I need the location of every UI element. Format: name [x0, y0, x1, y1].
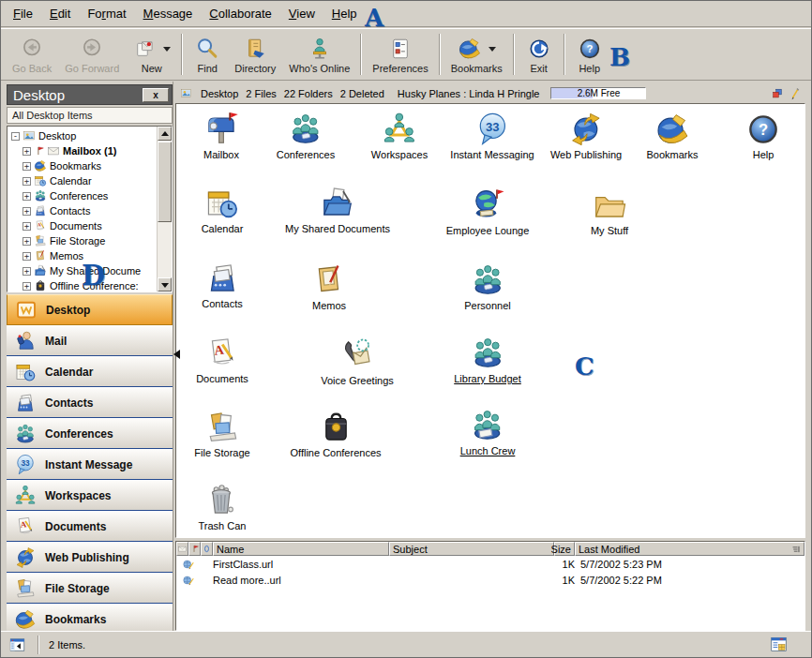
- toolbar-separator: [439, 34, 441, 75]
- desktop-item-personnel[interactable]: Personnel: [464, 262, 511, 311]
- desktop-item-library-budget[interactable]: Library Budget: [454, 336, 521, 384]
- expand-toggle[interactable]: +: [23, 282, 31, 291]
- scrollbar-thumb[interactable]: [158, 142, 172, 222]
- tree-item-bookmarks[interactable]: + Bookmarks: [8, 158, 172, 173]
- go-forward-button[interactable]: Go Forward: [58, 31, 126, 78]
- tree-item-contacts[interactable]: + Contacts: [8, 203, 172, 218]
- desktop-item-my-stuff[interactable]: My Stuff: [591, 187, 628, 236]
- desktop-item-lunch-crew[interactable]: Lunch Crew: [460, 408, 516, 456]
- expand-toggle[interactable]: +: [23, 237, 31, 246]
- desktop-item-help[interactable]: Help: [745, 112, 781, 160]
- column-header-last-modified[interactable]: Last Modified: [575, 542, 804, 556]
- expand-toggle[interactable]: +: [23, 147, 31, 156]
- desktop-item-instant-messaging[interactable]: Instant Messaging: [450, 112, 534, 160]
- desktop-item-web-publishing[interactable]: Web Publishing: [550, 112, 622, 160]
- sidebar-item-workspaces[interactable]: Workspaces: [7, 480, 173, 511]
- tree-scrollbar[interactable]: [157, 127, 172, 292]
- envelope-column-header[interactable]: [176, 542, 188, 556]
- sidebar-item-file-storage[interactable]: File Storage: [7, 573, 173, 604]
- desktop-item-file-storage[interactable]: File Storage: [194, 410, 249, 458]
- tree-item-desktop[interactable]: - Desktop: [8, 128, 172, 143]
- sidebar-item-calendar[interactable]: Calendar: [7, 356, 173, 387]
- whos-online-button[interactable]: Who's Online: [282, 31, 356, 78]
- memos-icon: [311, 262, 347, 298]
- attachment-column-header[interactable]: [201, 542, 213, 556]
- toolbar-button-label: Directory: [234, 63, 276, 74]
- directory-button[interactable]: Directory: [228, 31, 282, 78]
- sidebar-item-documents[interactable]: Documents: [7, 511, 173, 542]
- menu-view[interactable]: View: [280, 4, 323, 23]
- split-view-toggle-icon[interactable]: [8, 636, 26, 653]
- desktop-item-calendar[interactable]: Calendar: [202, 186, 244, 234]
- form-view-icon[interactable]: [770, 636, 788, 653]
- tree-item-file-storage[interactable]: + File Storage: [8, 233, 172, 248]
- tree-item-calendar[interactable]: + Calendar: [8, 173, 172, 188]
- go-back-button[interactable]: Go Back: [6, 31, 58, 78]
- sidebar-item-web-publishing[interactable]: Web Publishing: [7, 542, 173, 573]
- expand-toggle[interactable]: +: [23, 267, 31, 276]
- pages-view-icon[interactable]: [771, 87, 784, 100]
- flag-column-header[interactable]: [188, 542, 201, 556]
- sidebar-item-contacts[interactable]: Contacts: [7, 387, 173, 418]
- bookmarks-button[interactable]: Bookmarks: [444, 31, 509, 78]
- tree-item-label: Conferences: [50, 190, 108, 202]
- menu-edit[interactable]: Edit: [41, 4, 79, 23]
- desktop-item-employee-lounge[interactable]: Employee Lounge: [446, 187, 530, 236]
- expand-toggle[interactable]: +: [23, 177, 31, 186]
- column-header-subject[interactable]: Subject: [389, 542, 554, 556]
- tree-item-mailbox[interactable]: + Mailbox (1): [8, 143, 172, 158]
- column-header-size[interactable]: Size: [554, 542, 575, 556]
- desktop-item-documents[interactable]: Documents: [196, 336, 248, 384]
- menu-file[interactable]: File: [5, 4, 41, 23]
- desktop-item-workspaces[interactable]: Workspaces: [371, 112, 428, 160]
- bookmarks-dropdown-arrow[interactable]: [489, 47, 496, 55]
- file-row-read-more-url[interactable]: Read more..url 1K 5/7/2002 5:22 PM: [176, 572, 804, 588]
- exit-button[interactable]: Exit: [519, 31, 560, 78]
- desktop-item-voice-greetings[interactable]: Voice Greetings: [321, 337, 394, 386]
- sidebar-item-label: Calendar: [45, 366, 93, 379]
- desktop-item-trash-can[interactable]: Trash Can: [199, 483, 247, 531]
- desktop-item-mailbox[interactable]: Mailbox: [203, 112, 239, 160]
- url-file-icon: [182, 558, 197, 571]
- menu-message[interactable]: Message: [135, 4, 202, 23]
- menu-collaborate[interactable]: Collaborate: [201, 4, 280, 23]
- sidebar-item-mail[interactable]: Mail: [7, 325, 173, 356]
- sidebar-item-bookmarks[interactable]: Bookmarks: [7, 604, 173, 631]
- sidebar-nav: Desktop Mail Calendar Contacts Conferenc…: [7, 294, 173, 631]
- directory-icon: [243, 37, 267, 61]
- new-button[interactable]: New: [126, 31, 177, 78]
- tree-item-documents[interactable]: + Documents: [8, 218, 172, 233]
- column-header-name[interactable]: Name: [213, 542, 389, 556]
- desktop-item-contacts[interactable]: Contacts: [202, 261, 242, 309]
- splitter-collapse-arrow[interactable]: [169, 350, 180, 359]
- expand-toggle[interactable]: +: [23, 222, 31, 231]
- scroll-down-button[interactable]: [158, 277, 172, 292]
- sidebar-item-desktop[interactable]: Desktop: [7, 294, 173, 325]
- desktop-item-bookmarks[interactable]: Bookmarks: [646, 112, 698, 160]
- desktop-item-conferences[interactable]: Conferences: [277, 112, 335, 160]
- new-dropdown-arrow[interactable]: [163, 47, 171, 55]
- expand-toggle[interactable]: +: [23, 252, 31, 261]
- sort-menu-icon[interactable]: [791, 545, 801, 554]
- expand-toggle[interactable]: +: [23, 192, 31, 201]
- panel-close-button[interactable]: x: [143, 88, 169, 102]
- expand-toggle[interactable]: +: [23, 207, 31, 216]
- desktop-item-offline-conferences[interactable]: Offline Conferences: [290, 410, 381, 458]
- menu-format[interactable]: Format: [79, 4, 134, 23]
- sidebar-item-instant-message[interactable]: Instant Message: [7, 449, 173, 480]
- desktop-items-filter[interactable]: All Desktop Items: [7, 107, 173, 124]
- expand-toggle[interactable]: +: [23, 162, 31, 171]
- preferences-button[interactable]: Preferences: [366, 31, 434, 78]
- scroll-up-button[interactable]: [158, 127, 172, 141]
- desktop-item-my-shared-documents[interactable]: My Shared Documents: [285, 186, 390, 234]
- sidebar-item-conferences[interactable]: Conferences: [7, 418, 173, 449]
- help-button[interactable]: Help: [569, 31, 610, 78]
- tree-item-label: File Storage: [50, 235, 105, 247]
- desktop-item-memos[interactable]: Memos: [311, 262, 347, 311]
- menu-help[interactable]: Help: [323, 4, 366, 23]
- edit-pencil-icon[interactable]: [789, 87, 802, 100]
- find-button[interactable]: Find: [187, 31, 228, 78]
- collapse-toggle[interactable]: -: [11, 132, 20, 141]
- file-row-firstclass-url[interactable]: FirstClass.url 1K 5/7/2002 5:23 PM: [176, 556, 804, 572]
- tree-item-conferences[interactable]: + Conferences: [8, 188, 172, 203]
